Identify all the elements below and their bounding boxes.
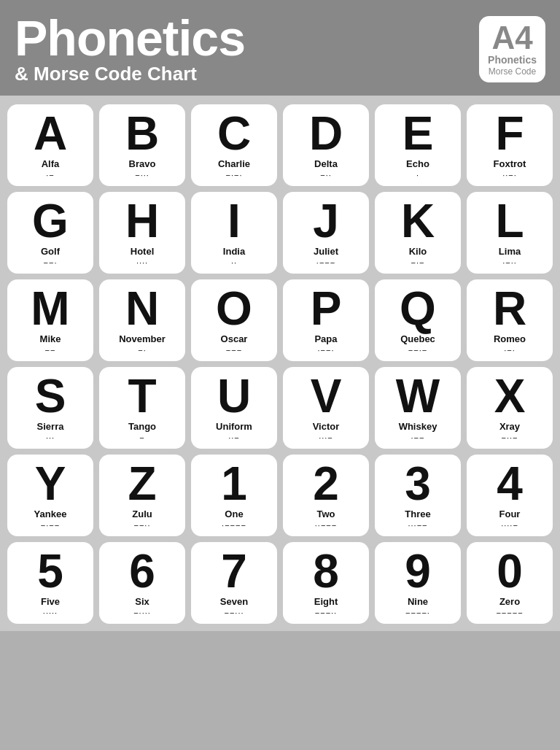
card-morse-code: −·−	[411, 258, 425, 267]
card-letter: R	[493, 285, 526, 332]
card-morse-code: ····	[136, 258, 148, 267]
card-letter: A	[34, 110, 67, 157]
card-romeo: RRomeo·−·	[467, 279, 553, 361]
card-phonetic-name: Hotel	[131, 246, 155, 257]
card-letter: I	[228, 198, 241, 244]
card-letter: S	[35, 373, 66, 420]
card-morse-code: −···	[135, 171, 149, 179]
header: Phonetics & Morse Code Chart A4 Phonetic…	[0, 0, 560, 96]
card-letter: 2	[313, 460, 339, 507]
card-letter: 8	[313, 548, 339, 595]
badge-phonetics-label: Phonetics	[488, 54, 537, 66]
badge-morse-label: Morse Code	[488, 66, 537, 77]
card-phonetic-name: Lima	[499, 246, 521, 257]
card-letter: N	[125, 285, 159, 332]
card-morse-code: ·−−	[411, 433, 425, 442]
card-phonetic-name: Six	[135, 596, 149, 607]
card-kilo: KKilo−·−	[375, 192, 461, 274]
card-letter: O	[216, 285, 252, 332]
card-letter: K	[401, 198, 435, 244]
card-seven: 7Seven−−···	[191, 542, 277, 624]
badge-a4: A4	[488, 22, 537, 54]
card-letter: P	[311, 285, 342, 332]
card-morse-code: ··−−−	[315, 521, 337, 530]
card-morse-code: ·−··	[502, 258, 517, 267]
card-letter: E	[402, 110, 434, 157]
card-letter: D	[309, 110, 343, 157]
card-letter: C	[217, 110, 251, 157]
card-morse-code: −−−	[226, 346, 242, 355]
card-alfa: AAlfa·−	[7, 104, 93, 186]
card-india: IIndia··	[191, 192, 277, 274]
card-four: 4Four····−	[467, 455, 553, 536]
card-phonetic-name: Uniform	[216, 421, 252, 432]
card-phonetic-name: Four	[499, 509, 521, 519]
card-letter: B	[125, 110, 159, 157]
card-five: 5Five·····	[7, 542, 93, 624]
card-letter: Q	[400, 285, 436, 332]
card-letter: W	[396, 373, 440, 420]
card-hotel: HHotel····	[99, 192, 185, 274]
card-morse-code: ····−	[501, 521, 518, 530]
card-phonetic-name: One	[225, 509, 243, 519]
card-letter: X	[494, 373, 526, 420]
card-letter: U	[217, 373, 251, 420]
card-mike: MMike−−	[7, 279, 93, 361]
card-morse-code: ···−	[319, 433, 333, 442]
card-morse-code: −−−−·	[405, 608, 430, 617]
card-morse-code: ·−−−−	[222, 521, 246, 530]
grid-area: AAlfa·−BBravo−···CCharlie−·−·DDelta−··EE…	[0, 96, 560, 631]
card-foxtrot: FFoxtrot··−·	[467, 104, 553, 186]
card-morse-code: −−···	[224, 608, 244, 617]
card-phonetic-name: Alfa	[42, 158, 60, 169]
card-phonetic-name: Charlie	[218, 158, 250, 169]
card-morse-code: ·····	[43, 608, 58, 617]
card-morse-code: −−	[45, 346, 56, 355]
card-eight: 8Eight−−−··	[283, 542, 369, 624]
card-morse-code: ·−	[46, 171, 54, 179]
card-morse-code: ··−·	[502, 171, 517, 179]
card-lima: LLima·−··	[467, 192, 553, 274]
card-letter: Z	[128, 460, 156, 507]
card-morse-code: −−··	[134, 521, 151, 530]
card-nine: 9Nine−−−−·	[375, 542, 461, 624]
header-title: Phonetics	[15, 13, 245, 63]
card-juliet: JJuliet·−−−	[283, 192, 369, 274]
card-papa: PPapa·−−·	[283, 279, 369, 361]
card-morse-code: −··−	[502, 433, 518, 442]
card-phonetic-name: Zulu	[132, 509, 152, 519]
card-phonetic-name: Sierra	[37, 421, 64, 432]
card-phonetic-name: Oscar	[221, 333, 248, 344]
card-phonetic-name: Eight	[314, 596, 338, 607]
card-morse-code: ·−·	[504, 346, 516, 355]
card-letter: 5	[37, 548, 63, 595]
card-quebec: QQuebec−−·−	[375, 279, 461, 361]
card-phonetic-name: Delta	[314, 158, 338, 169]
card-phonetic-name: Victor	[313, 421, 340, 432]
card-phonetic-name: Tango	[128, 421, 156, 432]
card-phonetic-name: Whiskey	[399, 421, 438, 432]
card-phonetic-name: Two	[316, 509, 335, 519]
card-oscar: OOscar−−−	[191, 279, 277, 361]
card-morse-code: −−−··	[315, 608, 337, 617]
card-phonetic-name: Bravo	[129, 158, 156, 169]
card-morse-code: ·	[416, 171, 419, 179]
card-morse-code: −··	[320, 171, 332, 179]
card-whiskey: WWhiskey·−−	[375, 367, 461, 449]
card-letter: T	[128, 373, 156, 420]
card-letter: Y	[35, 460, 66, 507]
header-subtitle: & Morse Code Chart	[15, 63, 245, 85]
card-uniform: UUniform··−	[191, 367, 277, 449]
card-letter: 6	[129, 548, 155, 595]
card-six: 6Six−····	[99, 542, 185, 624]
card-morse-code: −−−−−	[496, 608, 523, 617]
card-two: 2Two··−−−	[283, 455, 369, 536]
card-phonetic-name: Three	[405, 509, 430, 519]
card-phonetic-name: Romeo	[494, 333, 526, 344]
card-morse-code: −	[139, 433, 144, 442]
card-letter: 4	[497, 460, 523, 507]
card-yankee: YYankee−·−−	[7, 455, 93, 536]
card-phonetic-name: Mike	[40, 333, 61, 344]
card-phonetic-name: November	[119, 333, 166, 344]
card-tango: TTango−	[99, 367, 185, 449]
